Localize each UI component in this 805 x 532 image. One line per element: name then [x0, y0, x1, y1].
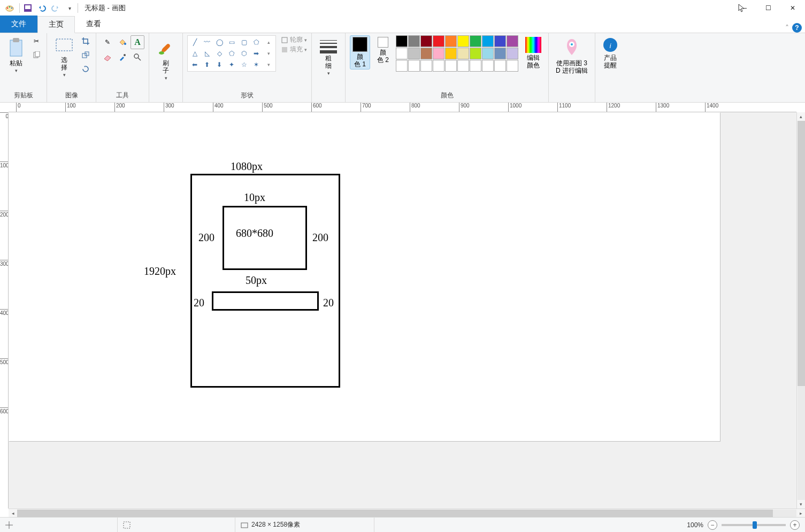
minimize-button[interactable]: — [731, 0, 756, 16]
color-swatch[interactable] [494, 35, 506, 47]
tab-file[interactable]: 文件 [0, 16, 37, 33]
shape-hexagon[interactable]: ⬡ [238, 48, 250, 59]
shape-roundrect[interactable]: ▢ [238, 37, 250, 48]
brush-button[interactable]: 刷 子 ▾ [154, 35, 178, 82]
zoom-out-button[interactable]: − [708, 520, 717, 530]
shape-fill[interactable]: 填充▾ [281, 45, 307, 54]
color-swatch[interactable] [396, 48, 408, 59]
shape-diamond[interactable]: ◇ [213, 48, 225, 59]
color-swatch[interactable] [433, 35, 444, 47]
scroll-track[interactable] [798, 121, 805, 500]
scroll-thumb[interactable] [17, 510, 773, 517]
color-swatch[interactable] [396, 60, 408, 72]
shape-scroll-dn[interactable]: ▾ [263, 48, 274, 59]
color-swatch[interactable] [482, 60, 494, 72]
edit-colors-button[interactable]: 编辑 颜色 [523, 35, 544, 71]
product-alert-button[interactable]: i 产品 提醒 [600, 35, 621, 71]
color-swatch[interactable] [445, 35, 457, 47]
color-swatch[interactable] [470, 35, 481, 47]
shape-oval[interactable]: ◯ [213, 37, 225, 48]
color-swatch[interactable] [470, 60, 481, 72]
color-swatch[interactable] [420, 35, 432, 47]
close-button[interactable]: ✕ [780, 0, 805, 16]
color-swatch[interactable] [408, 35, 420, 47]
paste-button[interactable]: 粘贴 ▾ [4, 35, 28, 75]
color-swatch[interactable] [482, 48, 494, 59]
shape-outline[interactable]: 轮廓▾ [281, 35, 307, 44]
color-swatch[interactable] [494, 48, 506, 59]
shape-scroll-up[interactable]: ▴ [263, 37, 274, 48]
magnifier-tool[interactable] [131, 50, 144, 64]
scrollbar-vertical[interactable]: ▴ ▾ [796, 112, 805, 508]
shape-line[interactable]: ╱ [189, 37, 201, 48]
color-swatch[interactable] [507, 35, 518, 47]
shape-triangle[interactable]: △ [189, 48, 201, 59]
scroll-left-icon[interactable]: ◂ [9, 510, 17, 517]
collapse-ribbon-icon[interactable]: ˄ [785, 24, 789, 32]
color-swatch[interactable] [470, 48, 481, 59]
maximize-button[interactable]: ☐ [756, 0, 780, 16]
shape-arrow-d[interactable]: ⬇ [213, 59, 225, 70]
color-swatch[interactable] [457, 48, 469, 59]
rotate-button[interactable] [80, 63, 91, 75]
color-swatch[interactable] [507, 60, 518, 72]
redo-button[interactable] [50, 2, 62, 14]
color-swatch[interactable] [457, 35, 469, 47]
size-button[interactable]: 粗 细 ▾ [316, 35, 341, 78]
scroll-thumb[interactable] [798, 121, 805, 386]
color-swatch[interactable] [494, 60, 506, 72]
undo-button[interactable] [36, 2, 48, 14]
color-swatch[interactable] [445, 48, 457, 59]
color-swatch[interactable] [457, 60, 469, 72]
shape-arrow-l[interactable]: ⬅ [189, 59, 201, 70]
scrollbar-horizontal[interactable]: ◂ ▸ [9, 508, 805, 517]
shape-star5[interactable]: ☆ [238, 59, 250, 70]
paint3d-button[interactable]: 使用画图 3 D 进行编辑 [553, 35, 591, 76]
scroll-up-icon[interactable]: ▴ [797, 112, 805, 121]
color-swatch[interactable] [408, 48, 420, 59]
crop-button[interactable] [80, 35, 91, 47]
color-swatch[interactable] [420, 60, 432, 72]
scroll-track[interactable] [17, 510, 796, 517]
shape-rtriangle[interactable]: ◺ [201, 48, 213, 59]
help-button[interactable]: ? [792, 23, 802, 33]
resize-button[interactable] [80, 49, 91, 61]
color-swatch[interactable] [408, 60, 420, 72]
color-swatch[interactable] [433, 48, 444, 59]
shapes-gallery[interactable]: ╱ 〰 ◯ ▭ ▢ ⬠ ▴ △ ◺ ◇ ⬠ ⬡ ➡ ▾ ⬅ ⬆ ⬇ ✦ ☆ ✶ [187, 35, 276, 72]
color-swatch[interactable] [420, 48, 432, 59]
color-swatch[interactable] [482, 35, 494, 47]
shape-star4[interactable]: ✦ [226, 59, 237, 70]
color-swatch[interactable] [445, 60, 457, 72]
color-swatch[interactable] [396, 35, 408, 47]
cut-button[interactable]: ✂ [30, 35, 42, 47]
scroll-down-icon[interactable]: ▾ [797, 500, 805, 508]
tab-home[interactable]: 主页 [37, 16, 75, 33]
qat-customize[interactable]: ▾ [64, 2, 75, 14]
select-button[interactable]: 选 择 ▾ [51, 35, 77, 79]
text-tool[interactable]: A [131, 35, 144, 49]
zoom-knob[interactable] [753, 521, 757, 529]
color-swatch[interactable] [507, 48, 518, 59]
canvas-viewport[interactable]: 1080px 1920px 10px 680*680 200 200 50px … [9, 112, 805, 517]
shape-arrow-r[interactable]: ➡ [250, 48, 262, 59]
shape-pentagon[interactable]: ⬠ [226, 48, 237, 59]
shape-rect[interactable]: ▭ [226, 37, 237, 48]
color-swatch[interactable] [433, 60, 444, 72]
tab-view[interactable]: 查看 [75, 16, 112, 33]
eraser-tool[interactable] [101, 50, 114, 64]
shape-star6[interactable]: ✶ [250, 59, 262, 70]
zoom-slider[interactable] [722, 524, 786, 526]
pencil-tool[interactable]: ✎ [101, 35, 114, 49]
fill-tool[interactable] [116, 35, 129, 49]
scroll-right-icon[interactable]: ▸ [796, 510, 805, 517]
picker-tool[interactable] [116, 50, 129, 64]
save-button[interactable] [22, 2, 34, 14]
shape-polygon[interactable]: ⬠ [250, 37, 262, 48]
color2-button[interactable]: 颜 色 2 [374, 35, 392, 65]
shape-more[interactable]: ▾ [263, 59, 274, 70]
zoom-in-button[interactable]: + [790, 520, 800, 530]
color1-button[interactable]: 颜 色 1 [350, 35, 370, 70]
copy-button[interactable] [30, 49, 42, 61]
canvas[interactable]: 1080px 1920px 10px 680*680 200 200 50px … [9, 112, 720, 441]
